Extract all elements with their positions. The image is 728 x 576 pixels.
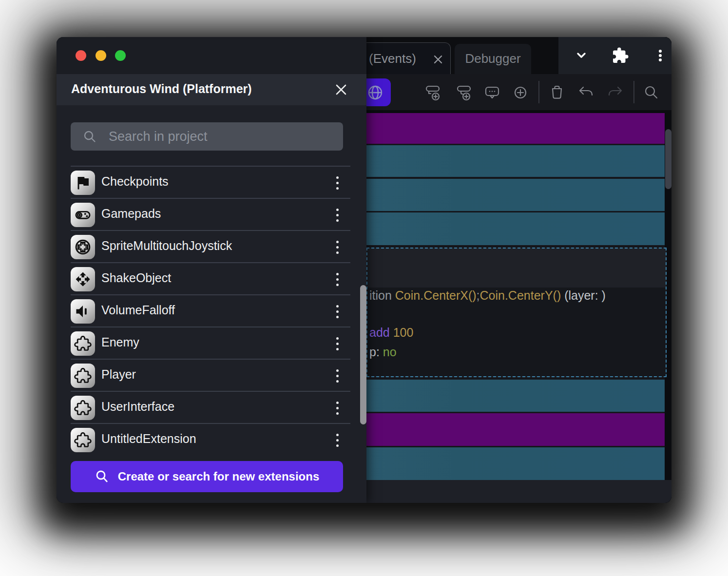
app-window: (Events) Debugger — [57, 37, 671, 503]
code-segment: Coin.CenterX() — [395, 288, 477, 302]
puzzle-icon — [71, 364, 95, 388]
item-menu-kebab-icon[interactable] — [327, 268, 347, 290]
event-row[interactable] — [366, 145, 665, 177]
close-panel-icon[interactable] — [334, 83, 348, 96]
events-sheet-footer — [366, 480, 671, 503]
window-menu-area — [558, 37, 671, 74]
gamepad-icon — [71, 203, 95, 227]
code-segment: ition — [369, 288, 395, 302]
item-menu-kebab-icon[interactable] — [327, 300, 347, 323]
redo-button[interactable] — [606, 84, 624, 101]
item-menu-kebab-icon[interactable] — [327, 236, 347, 258]
list-item-label: VolumeFalloff — [101, 303, 175, 317]
add-comment-button[interactable] — [483, 84, 501, 101]
speaker-icon — [71, 299, 95, 324]
flag-icon — [71, 171, 95, 195]
event-action-line: p: no — [369, 345, 397, 359]
event-row[interactable] — [366, 113, 665, 144]
search-input[interactable] — [109, 122, 333, 151]
list-item-label: Gamepads — [101, 207, 161, 221]
undo-button[interactable] — [577, 84, 595, 101]
create-or-search-extensions-button[interactable]: Create or search for new extensions — [71, 461, 343, 492]
list-item-label: Checkpoints — [101, 174, 169, 189]
list-item-label: UntitledExtension — [101, 432, 196, 446]
search-events-button[interactable] — [642, 84, 660, 101]
panel-scrollbar[interactable] — [360, 285, 366, 424]
event-row[interactable] — [366, 413, 665, 446]
add-subevent-button[interactable] — [455, 84, 473, 101]
list-item-label: ShakeObject — [101, 271, 171, 285]
item-menu-kebab-icon[interactable] — [327, 204, 347, 226]
item-menu-kebab-icon[interactable] — [327, 429, 347, 451]
project-manager-panel: Adventurous Wind (Platformer) Checkpoint… — [57, 37, 366, 503]
list-item-enemy[interactable]: Enemy — [71, 326, 350, 359]
event-row[interactable] — [366, 447, 665, 480]
list-item-sprite-multitouch-joystick[interactable]: SpriteMultitouchJoystick — [71, 230, 350, 262]
item-menu-kebab-icon[interactable] — [327, 332, 347, 355]
list-item-label: SpriteMultitouchJoystick — [101, 239, 232, 253]
panel-title: Adventurous Wind (Platformer) — [71, 82, 252, 96]
selected-event-block[interactable]: ition Coin.CenterX();Coin.CenterY() (lay… — [366, 248, 667, 377]
list-item-gamepads[interactable]: Gamepads — [71, 198, 350, 230]
code-segment: Coin.CenterY() — [480, 288, 561, 302]
list-item-checkpoints[interactable]: Checkpoints — [71, 166, 350, 198]
code-segment: p: — [369, 345, 383, 359]
list-item-untitled-extension[interactable]: UntitledExtension — [71, 423, 350, 455]
kebab-menu-icon[interactable] — [651, 47, 669, 64]
event-action-line: add 100 — [369, 326, 413, 340]
zoom-window-button[interactable] — [115, 50, 126, 61]
add-button[interactable] — [512, 84, 529, 101]
item-menu-kebab-icon[interactable] — [327, 365, 347, 387]
list-item-label: Enemy — [101, 335, 139, 349]
events-toolbar — [366, 74, 671, 110]
code-segment: 100 — [393, 326, 414, 339]
events-sheet: ition Coin.CenterX();Coin.CenterY() (lay… — [366, 110, 671, 503]
event-condition-line: ition Coin.CenterX();Coin.CenterY() (lay… — [369, 288, 606, 303]
add-event-button[interactable] — [424, 84, 441, 101]
code-segment: ; — [477, 288, 480, 302]
event-row[interactable] — [366, 380, 665, 412]
search-icon — [95, 469, 109, 484]
selected-event-actions: ition Coin.CenterX();Coin.CenterY() (lay… — [367, 288, 666, 376]
selected-event-conditions — [367, 249, 666, 288]
events-editor-region: (Events) Debugger — [366, 37, 671, 503]
tab-debugger[interactable]: Debugger — [455, 44, 531, 74]
project-search — [71, 122, 343, 151]
list-item-label: Player — [101, 367, 136, 382]
joystick-icon — [71, 235, 95, 259]
puzzle-icon — [71, 428, 95, 452]
code-segment: no — [383, 345, 397, 359]
chevron-down-icon[interactable] — [573, 47, 590, 64]
list-item-shake-object[interactable]: ShakeObject — [71, 262, 350, 294]
item-menu-kebab-icon[interactable] — [327, 172, 347, 194]
move-arrows-icon — [71, 267, 95, 291]
puzzle-icon — [71, 396, 95, 420]
panel-header: Adventurous Wind (Platformer) — [57, 74, 366, 105]
tab-debugger-label: Debugger — [455, 51, 531, 66]
puzzle-piece-icon[interactable] — [612, 47, 629, 64]
search-icon — [82, 129, 97, 144]
list-item-volume-falloff[interactable]: VolumeFalloff — [71, 294, 350, 326]
tab-bar: (Events) Debugger — [366, 37, 671, 74]
minimize-window-button[interactable] — [96, 50, 106, 61]
cta-label: Create or search for new extensions — [118, 470, 319, 483]
close-window-button[interactable] — [76, 50, 86, 61]
delete-button[interactable] — [548, 84, 566, 101]
item-menu-kebab-icon[interactable] — [327, 397, 347, 419]
list-item-player[interactable]: Player — [71, 359, 350, 391]
list-item-label: UserInterface — [101, 400, 174, 414]
event-row[interactable] — [366, 212, 665, 245]
tab-events-label: (Events) — [369, 51, 416, 66]
puzzle-icon — [71, 331, 95, 356]
code-segment: add — [369, 326, 393, 339]
events-scrollbar[interactable] — [665, 129, 671, 189]
code-segment: (layer: ) — [561, 288, 606, 302]
window-titlebar — [57, 37, 366, 74]
toolbar-divider — [538, 81, 539, 103]
tab-close-icon[interactable] — [432, 54, 444, 65]
event-row[interactable] — [366, 179, 665, 211]
list-item-user-interface[interactable]: UserInterface — [71, 391, 350, 423]
toolbar-divider — [633, 81, 634, 103]
